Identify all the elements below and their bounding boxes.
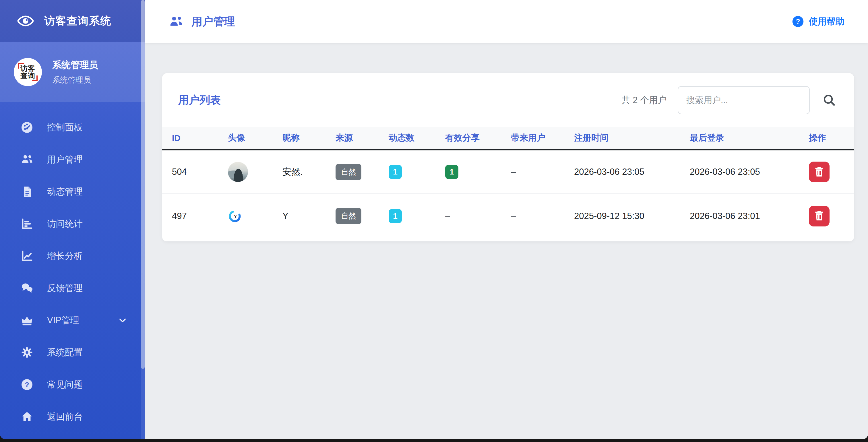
posts-count-badge: 1	[389, 209, 402, 223]
cell-source: 自然	[326, 150, 379, 194]
cell-valid-shares: –	[435, 194, 501, 238]
delete-user-button[interactable]	[809, 206, 830, 226]
sidebar-scrollbar-thumb[interactable]	[141, 0, 145, 369]
sidebar-item-users[interactable]: 用户管理	[0, 144, 145, 176]
page-title: 用户管理	[168, 14, 235, 29]
column-header: 最后登录	[680, 127, 799, 150]
cell-last-login: 2026-03-06 23:01	[680, 194, 799, 238]
sidebar-item-label: 用户管理	[47, 154, 83, 166]
cell-registered: 2025-09-12 15:30	[564, 194, 680, 238]
cell-id: 504	[162, 150, 218, 194]
question-icon: ?	[20, 378, 34, 391]
eye-icon	[17, 12, 34, 30]
column-header: 注册时间	[564, 127, 680, 150]
cell-actions	[799, 150, 854, 194]
cell-nickname: 安然.	[273, 150, 326, 194]
bar-chart-icon	[20, 217, 34, 231]
source-badge: 自然	[336, 164, 361, 180]
gear-icon	[20, 346, 34, 359]
help-label: 使用帮助	[809, 15, 844, 28]
search-input[interactable]	[678, 86, 810, 114]
cell-actions	[799, 194, 854, 238]
delete-user-button[interactable]	[809, 162, 830, 182]
chevron-down-icon	[117, 315, 128, 326]
app-title: 访客查询系统	[44, 14, 112, 28]
sidebar-item-growth[interactable]: 增长分析	[0, 240, 145, 272]
screen: 访客查询系统 访客 查询 系统管理员 系统管理员 控制面板用户管理动态管理访问统…	[0, 0, 868, 442]
help-link[interactable]: ? 使用帮助	[792, 15, 844, 28]
cell-nickname: Y	[273, 194, 326, 238]
sidebar-item-posts[interactable]: 动态管理	[0, 176, 145, 208]
cell-source: 自然	[326, 194, 379, 238]
sidebar-header: 访客查询系统	[0, 0, 145, 42]
posts-count-badge: 1	[389, 165, 402, 179]
qr-logo: 访客 查询	[18, 63, 38, 82]
column-header: 操作	[799, 127, 854, 150]
user-avatar-photo	[228, 162, 248, 182]
sidebar-item-label: 增长分析	[47, 250, 83, 262]
cell-posts: 1	[379, 150, 435, 194]
source-badge: 自然	[336, 208, 361, 224]
document-icon	[20, 185, 34, 199]
logo-line1: 访客	[20, 65, 35, 72]
profile-name: 系统管理员	[52, 59, 98, 71]
line-chart-icon	[20, 249, 34, 263]
column-header: ID	[162, 127, 218, 150]
list-tools: 共 2 个用户	[621, 86, 836, 114]
search-icon	[823, 93, 836, 107]
empty-value: –	[511, 167, 516, 177]
svg-text:Y: Y	[234, 214, 237, 219]
cell-registered: 2026-03-06 23:05	[564, 150, 680, 194]
cell-referred-users: –	[501, 150, 564, 194]
main-area: 用户管理 ? 使用帮助 用户列表 共 2 个用户	[145, 0, 868, 439]
top-header: 用户管理 ? 使用帮助	[145, 0, 868, 43]
trash-icon	[814, 166, 824, 178]
sidebar-item-label: 访问统计	[47, 218, 83, 230]
card-title: 用户列表	[178, 93, 221, 107]
cell-posts: 1	[379, 194, 435, 238]
help-icon: ?	[792, 15, 804, 28]
empty-value: –	[445, 211, 450, 221]
dashboard-icon	[20, 121, 34, 134]
user-avatar-logo: Y	[228, 209, 242, 223]
logo-line2: 查询	[20, 72, 35, 80]
column-header: 昵称	[273, 127, 326, 150]
column-header: 带来用户	[501, 127, 564, 150]
cell-valid-shares: 1	[435, 150, 501, 194]
sidebar-item-visit-stats[interactable]: 访问统计	[0, 208, 145, 240]
users-icon	[168, 14, 185, 29]
sidebar-item-label: 控制面板	[47, 121, 83, 133]
sidebar-item-settings[interactable]: 系统配置	[0, 336, 145, 369]
search-button[interactable]	[823, 93, 836, 107]
sidebar-menu: 控制面板用户管理动态管理访问统计增长分析反馈管理VIP管理系统配置?常见问题返回…	[0, 102, 145, 433]
column-header: 动态数	[379, 127, 435, 150]
cell-last-login: 2026-03-06 23:05	[680, 150, 799, 194]
sidebar-item-faq[interactable]: ?常见问题	[0, 369, 145, 401]
admin-avatar: 访客 查询	[14, 58, 42, 86]
profile-role: 系统管理员	[52, 75, 98, 85]
sidebar-item-frontend[interactable]: 返回前台	[0, 401, 145, 433]
table-row: 504安然.自然11–2026-03-06 23:052026-03-06 23…	[162, 150, 854, 194]
sidebar-scrollbar-track[interactable]	[141, 0, 145, 439]
cell-avatar: Y	[218, 194, 273, 238]
cell-id: 497	[162, 194, 218, 238]
card-header: 用户列表 共 2 个用户	[162, 73, 854, 127]
app-window: 访客查询系统 访客 查询 系统管理员 系统管理员 控制面板用户管理动态管理访问统…	[0, 0, 868, 439]
empty-value: –	[511, 211, 516, 221]
sidebar-item-label: 常见问题	[47, 379, 83, 391]
sidebar-item-dashboard[interactable]: 控制面板	[0, 112, 145, 144]
page-title-text: 用户管理	[191, 14, 235, 29]
sidebar-item-label: 系统配置	[47, 346, 83, 358]
cell-referred-users: –	[501, 194, 564, 238]
sidebar-item-feedback[interactable]: 反馈管理	[0, 272, 145, 304]
svg-text:?: ?	[796, 18, 800, 25]
profile-meta: 系统管理员 系统管理员	[52, 59, 98, 85]
home-icon	[20, 410, 34, 423]
sidebar-item-vip[interactable]: VIP管理	[0, 304, 145, 336]
profile-section: 访客 查询 系统管理员 系统管理员	[0, 42, 145, 102]
chat-icon	[20, 281, 34, 295]
users-icon	[20, 153, 34, 166]
svg-text:?: ?	[25, 381, 29, 389]
table-row: 497YY自然1––2025-09-12 15:302026-03-06 23:…	[162, 194, 854, 238]
sidebar-item-label: 动态管理	[47, 186, 83, 198]
